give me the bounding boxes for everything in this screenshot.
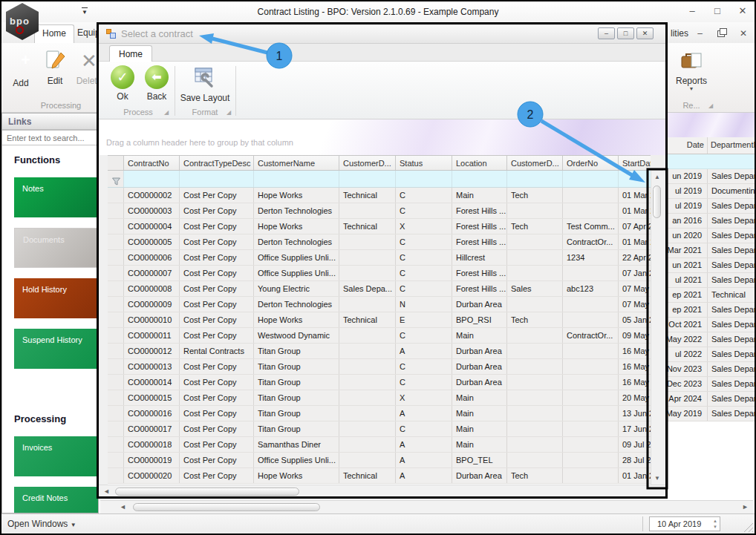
filter-input[interactable]: [180, 171, 254, 187]
table-row[interactable]: ul 2019 Sales Departm: [665, 199, 755, 214]
filter-input[interactable]: [124, 171, 180, 187]
table-row[interactable]: CO0000014 Cost Per Copy Titan Group C Du…: [108, 375, 651, 390]
table-row[interactable]: Nov 2023 Sales Departm: [665, 362, 755, 377]
table-row[interactable]: CO0000002 Cost Per Copy Hope Works Techn…: [108, 188, 651, 203]
tab-home[interactable]: Home: [34, 24, 74, 43]
function-tile[interactable]: Documents: [14, 228, 99, 268]
column-header-contracttypedesc[interactable]: ContractTypeDesc: [180, 156, 254, 170]
table-row[interactable]: CO0000010 Cost Per Copy Hope Works Techn…: [108, 312, 651, 328]
table-row[interactable]: Oct 2021 Sales Departm: [665, 318, 755, 332]
table-row[interactable]: CO0000008 Cost Per Copy Young Electric S…: [108, 281, 651, 297]
links-search-input[interactable]: [2, 130, 97, 145]
dialog-hscroll-thumb[interactable]: [115, 488, 299, 496]
filter-input[interactable]: [619, 171, 651, 187]
process-group-launcher-icon[interactable]: ◢: [164, 109, 169, 116]
grid-horizontal-scrollbar[interactable]: ◄: [99, 485, 665, 496]
table-row[interactable]: CO0000016 Cost Per Copy Titan Group A Ma…: [108, 406, 651, 421]
column-header-date[interactable]: Date: [665, 137, 707, 154]
processing-tile[interactable]: Credit Notes: [14, 487, 99, 513]
main-horizontal-scrollbar[interactable]: ◄ ►: [100, 500, 753, 513]
column-header-startdate[interactable]: StartDate: [619, 156, 651, 170]
function-tile[interactable]: Notes: [14, 177, 99, 217]
table-row[interactable]: ul 2019 Documenting: [665, 184, 755, 199]
processing-tile[interactable]: Invoices: [14, 436, 99, 476]
table-row[interactable]: Dec 2023 Sales Departm: [665, 377, 755, 392]
table-row[interactable]: May 2022 Sales Departm: [665, 332, 755, 347]
filter-input[interactable]: [452, 171, 507, 187]
table-row[interactable]: CO0000004 Cost Per Copy Hope Works Techn…: [108, 219, 651, 234]
table-row[interactable]: un 2020 Sales Departm: [665, 229, 755, 243]
close-button[interactable]: ✕: [735, 5, 750, 16]
maximize-button[interactable]: □: [710, 5, 725, 16]
open-windows-dropdown[interactable]: Open Windows ▼: [7, 519, 76, 529]
dialog-minimize-button[interactable]: –: [598, 27, 615, 39]
table-row[interactable]: CO0000007 Cost Per Copy Office Supplies …: [108, 266, 651, 281]
filter-input[interactable]: [507, 171, 563, 187]
table-row[interactable]: Apr 2024 Sales Departm: [665, 392, 755, 407]
table-row[interactable]: an 2016 Sales Departm: [665, 214, 755, 229]
quick-access-caret-icon[interactable]: ▼: [82, 7, 88, 16]
main-hscroll-thumb[interactable]: [133, 503, 320, 511]
reports-group-launcher-icon[interactable]: ◢: [708, 102, 713, 109]
status-date-field[interactable]: 10 Apr 2019 ▲▼: [649, 516, 720, 531]
filter-input[interactable]: [339, 171, 396, 187]
scroll-up-icon[interactable]: ▲: [651, 174, 663, 180]
column-header-customerdept2[interactable]: CustomerD...: [507, 156, 563, 170]
resize-grip[interactable]: [743, 522, 753, 532]
reports-button[interactable]: Reports ▼: [672, 46, 711, 91]
column-header-status[interactable]: Status: [396, 156, 452, 170]
function-tile[interactable]: Suspend History: [14, 329, 99, 369]
mdi-restore-button[interactable]: [717, 30, 725, 37]
table-row[interactable]: un 2021 Sales Departm: [665, 258, 755, 273]
column-header-customerdept[interactable]: CustomerD...: [339, 156, 396, 170]
table-row[interactable]: CO0000011 Cost Per Copy Westwood Dynamic…: [108, 328, 651, 344]
minimize-button[interactable]: –: [685, 5, 700, 16]
add-button[interactable]: Add: [4, 46, 37, 88]
format-group-launcher-icon[interactable]: ◢: [227, 109, 231, 116]
filter-input[interactable]: [563, 171, 619, 187]
table-row[interactable]: CO0000017 Cost Per Copy Titan Group C Ma…: [108, 421, 651, 437]
table-row[interactable]: CO0000003 Cost Per Copy Derton Technolog…: [108, 203, 651, 219]
table-row[interactable]: CO0000006 Cost Per Copy Office Supplies …: [108, 250, 651, 266]
table-row[interactable]: CO0000018 Cost Per Copy Samanthas Diner …: [108, 437, 651, 453]
grid-vertical-scrollbar[interactable]: ▲ ▼: [651, 171, 663, 485]
back-button[interactable]: ⬅ Back: [140, 64, 173, 102]
table-row[interactable]: CO0000015 Cost Per Copy Titan Group X Ma…: [108, 390, 651, 406]
table-row[interactable]: CO0000005 Cost Per Copy Derton Technolog…: [108, 234, 651, 250]
filter-input[interactable]: [396, 171, 452, 187]
table-row[interactable]: ul 2022 Sales Departm: [665, 347, 755, 362]
column-header-department[interactable]: DepartmentN: [707, 137, 755, 154]
edit-button[interactable]: Edit: [39, 46, 71, 86]
table-row[interactable]: Mar 2021 Sales Departm: [665, 243, 755, 258]
date-spinner[interactable]: ▲▼: [713, 518, 717, 530]
dialog-maximize-button[interactable]: □: [617, 27, 634, 39]
ok-button[interactable]: ✓ Ok: [106, 64, 139, 102]
scroll-left-icon[interactable]: ◄: [103, 488, 110, 495]
column-header-location[interactable]: Location: [452, 156, 507, 170]
function-tile[interactable]: Hold History: [14, 278, 99, 318]
filter-input[interactable]: [254, 171, 339, 187]
mdi-close-button[interactable]: ✕: [740, 28, 747, 39]
table-row[interactable]: ep 2021 Sales Departm: [665, 303, 755, 318]
table-row[interactable]: ep 2021 Technical: [665, 288, 755, 303]
table-row[interactable]: ul 2021 Sales Departm: [665, 273, 755, 288]
column-header-contractno[interactable]: ContractNo: [124, 156, 180, 170]
column-header-customername[interactable]: CustomerName: [254, 156, 339, 170]
mdi-minimize-button[interactable]: –: [697, 28, 703, 39]
table-row[interactable]: un 2019 Sales Departm: [665, 169, 755, 184]
table-row[interactable]: CO0000019 Cost Per Copy Office Supplies …: [108, 453, 651, 468]
column-header-orderno[interactable]: OrderNo: [563, 156, 619, 170]
scroll-down-icon[interactable]: ▼: [651, 475, 663, 482]
table-row[interactable]: CO0000009 Cost Per Copy Derton Technolog…: [108, 297, 651, 312]
table-row[interactable]: CO0000020 Cost Per Copy Hope Works Techn…: [108, 468, 651, 484]
dialog-tab-home[interactable]: Home: [109, 45, 152, 62]
table-row[interactable]: CO0000013 Cost Per Copy Titan Group C Du…: [108, 359, 651, 375]
tab-utilities[interactable]: lities: [663, 24, 696, 43]
scroll-left-icon[interactable]: ◄: [120, 503, 126, 511]
scroll-right-icon[interactable]: ►: [742, 503, 749, 511]
dialog-close-button[interactable]: ✕: [636, 27, 654, 39]
table-row[interactable]: CO0000012 Rental Contracts Titan Group A…: [108, 344, 651, 359]
table-row[interactable]: May 2019 Sales Departm: [665, 407, 755, 421]
save-layout-button[interactable]: Save Layout: [177, 64, 232, 103]
background-grid-filter-row[interactable]: [665, 154, 755, 169]
